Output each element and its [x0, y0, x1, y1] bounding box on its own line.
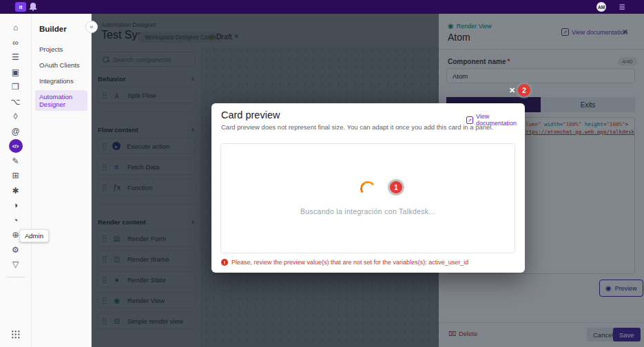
sidebar-item-automation-designer[interactable]: Automation Designer — [35, 90, 87, 111]
top-bar: it AM ≣ — [0, 0, 644, 14]
shield-icon[interactable]: ◊ — [9, 109, 23, 123]
brand-logo[interactable]: it — [15, 2, 26, 12]
view-documentation-link[interactable]: ↗ View documentation — [466, 113, 525, 127]
admin-tooltip: Admin — [19, 229, 49, 242]
error-text: Please, review the preview value(s) that… — [231, 259, 468, 266]
bell-body — [30, 3, 36, 8]
brain-icon[interactable]: ◑ — [9, 198, 23, 212]
annotation-badge-2: 2 — [518, 84, 530, 96]
error-icon: ! — [221, 259, 228, 266]
user-avatar[interactable]: AM — [596, 2, 606, 12]
sitemap-icon[interactable]: ⌥ — [9, 95, 23, 109]
sidebar-title: Builder — [39, 25, 91, 33]
annotation-x-mark: ✕ — [509, 86, 515, 95]
contact-card-icon[interactable]: ▣ — [9, 65, 23, 79]
sidebar-item-oauth-clients[interactable]: OAuth Clients — [35, 59, 87, 72]
builder-sidebar: Builder ProjectsOAuth ClientsIntegration… — [32, 14, 92, 347]
rail-divider — [6, 277, 25, 277]
app-screen: it AM ≣ ⌂∞☰▣❐⌥◊@</>✎⊞✱◑◔⊕⚙▽ Builder Proj… — [0, 0, 644, 347]
annotation-badge-1: 1 — [390, 181, 402, 193]
preview-error: ! Please, review the preview value(s) th… — [221, 259, 468, 266]
waffle-menu-icon[interactable] — [11, 330, 20, 339]
card-preview-modal: Card preview Card preview does not repre… — [211, 103, 525, 273]
loading-spinner — [359, 180, 376, 197]
sidebar-collapse-button[interactable]: « — [85, 21, 98, 33]
icon-rail: ⌂∞☰▣❐⌥◊@</>✎⊞✱◑◔⊕⚙▽ — [0, 14, 32, 347]
fingerprint-icon[interactable]: @ — [9, 125, 23, 138]
sidebar-item-integrations[interactable]: Integrations — [35, 74, 87, 87]
sidebar-item-projects[interactable]: Projects — [35, 43, 87, 56]
apps-grid-icon[interactable]: ⊞ — [9, 169, 23, 182]
settings-gear-icon[interactable]: ⚙ — [9, 243, 23, 257]
panel-toggle-icon[interactable]: ≣ — [619, 1, 625, 12]
loading-text: Buscando la integración con Talkdesk... — [300, 207, 435, 215]
code-icon[interactable]: </> — [9, 139, 23, 153]
funnel-icon[interactable]: ▽ — [9, 257, 23, 271]
flows-list-icon[interactable]: ☰ — [9, 50, 23, 64]
connections-icon[interactable]: ∞ — [9, 36, 23, 50]
bell-clapper — [32, 10, 34, 11]
external-link-icon: ↗ — [466, 116, 473, 124]
compose-icon[interactable]: ✎ — [9, 154, 23, 168]
notifications-bell-icon[interactable] — [30, 3, 37, 10]
modal-title: Card preview — [221, 109, 280, 120]
gauge-icon[interactable]: ◔ — [9, 213, 23, 227]
knowledge-book-icon[interactable]: ❐ — [9, 80, 23, 94]
card-preview-area: Buscando la integración con Talkdesk... — [220, 143, 515, 253]
home-icon[interactable]: ⌂ — [9, 21, 23, 34]
automation-gear-icon[interactable]: ✱ — [9, 184, 23, 198]
modal-subtitle: Card preview does not represent final si… — [221, 123, 493, 131]
